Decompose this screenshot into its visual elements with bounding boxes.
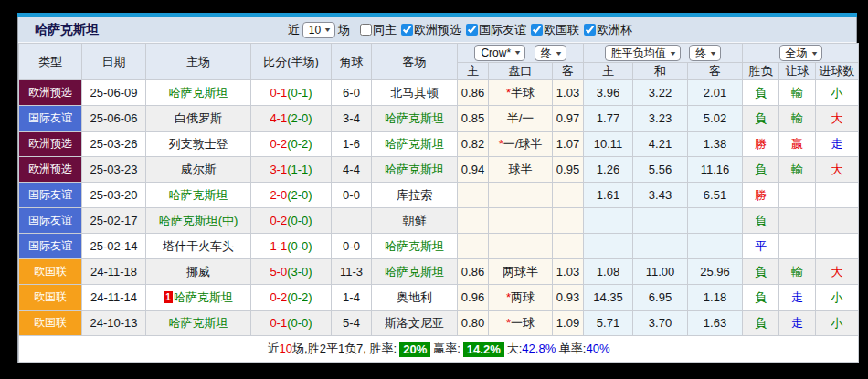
away-odds-cell: 1.03 [553, 259, 584, 285]
avg-home-cell: 14.35 [584, 285, 633, 311]
scope-select[interactable]: 全场 ▼ [779, 45, 822, 61]
away-cell: 库拉索 [372, 183, 458, 208]
recent-count-select[interactable]: 10 ▼ [302, 22, 335, 38]
date-cell: 25-03-20 [82, 183, 146, 208]
competition-badge: 欧洲预选 [19, 80, 82, 106]
avg-away-cell: 1.63 [688, 311, 743, 336]
sub-header-avg-home: 主 [584, 63, 633, 80]
away-team[interactable]: 哈萨克斯坦 [385, 265, 444, 279]
competition-filters: 同主欧洲预选国际友谊欧国联欧洲杯 [355, 22, 632, 38]
away-team[interactable]: 哈萨克斯坦 [385, 239, 444, 253]
filter-label: 同主 [373, 22, 397, 38]
handicap-star: * [499, 137, 503, 151]
home-team[interactable]: 哈萨克斯坦 [174, 290, 233, 304]
home-team[interactable]: 哈萨克斯坦 [169, 188, 228, 202]
halftime-score: (0-2) [287, 137, 312, 151]
filter-checkbox[interactable] [531, 24, 543, 36]
home-team[interactable]: 挪威 [186, 265, 210, 279]
fulltime-score: 0-1 [270, 316, 287, 330]
handicap-star: * [506, 316, 511, 330]
filter-checkbox[interactable] [466, 24, 478, 36]
avg-home-cell [584, 234, 633, 259]
competition-badge: 国际友谊 [19, 106, 82, 132]
date-cell: 24-11-18 [82, 259, 146, 285]
home-team[interactable]: 哈萨克斯坦 [169, 316, 228, 330]
away-team[interactable]: 哈萨克斯坦 [385, 163, 444, 176]
handicap-result-cell [779, 234, 816, 259]
filter-checkbox[interactable] [360, 24, 372, 36]
avg-type-value: 胜平负均值 [611, 46, 666, 61]
away-odds-cell: 1.09 [553, 311, 584, 336]
home-odds-cell: 0.86 [458, 259, 489, 285]
bookmaker-select[interactable]: Crow* ▼ [474, 45, 525, 61]
date-cell: 25-06-06 [82, 106, 146, 132]
table-row: 欧国联24-11-141哈萨克斯坦0-2(0-2)1-4奥地利0.96*两球0.… [19, 285, 859, 311]
col-header-home: 主场 [146, 44, 251, 80]
away-team[interactable]: 北马其顿 [391, 86, 439, 100]
filter-checkbox[interactable] [584, 24, 596, 36]
handicap-star: * [506, 290, 511, 304]
home-team[interactable]: 列支敦士登 [169, 137, 228, 151]
away-team[interactable]: 哈萨克斯坦 [385, 111, 444, 125]
filter-item[interactable]: 国际友谊 [461, 22, 526, 38]
avg-stage-select[interactable]: 终 ▼ [689, 45, 721, 61]
goals-result-cell [816, 183, 859, 208]
summary-row: 近10场,胜2平1负7, 胜率:20%赢率:14.2%大:42.8% 单率:40… [19, 336, 859, 363]
filter-label: 欧国联 [544, 22, 579, 38]
result-cell: 勝 [743, 183, 779, 208]
competition-badge: 国际友谊 [19, 183, 82, 208]
date-cell: 24-10-13 [82, 311, 146, 336]
home-team[interactable]: 哈萨克斯坦(中) [159, 214, 238, 227]
table-row: 国际友谊25-02-14塔什干火车头1-1(0-0)0-0哈萨克斯坦平 [19, 234, 859, 259]
fulltime-score: 0-1 [270, 86, 287, 100]
filter-item[interactable]: 欧国联 [526, 22, 579, 38]
filter-checkbox[interactable] [401, 24, 413, 36]
filter-item[interactable]: 欧洲预选 [397, 22, 461, 38]
avg-draw-cell: 3.43 [633, 183, 688, 208]
avg-stage-value: 终 [695, 46, 706, 61]
away-team[interactable]: 朝鲜 [403, 214, 427, 227]
home-team[interactable]: 哈萨克斯坦 [169, 86, 228, 100]
date-cell: 25-06-09 [82, 80, 146, 106]
avg-type-select[interactable]: 胜平负均值 ▼ [605, 45, 681, 61]
red-card-badge: 1 [164, 291, 173, 303]
filter-item[interactable]: 欧洲杯 [579, 22, 632, 38]
home-team[interactable]: 塔什干火车头 [163, 239, 234, 253]
footer-segment: 赢率: [433, 342, 460, 355]
avg-home-cell: 3.96 [584, 80, 633, 106]
handicap-result-cell: 輸 [779, 106, 816, 132]
home-cell: 列支敦士登 [146, 132, 251, 157]
away-cell: 哈萨克斯坦 [372, 157, 458, 183]
away-team[interactable]: 奥地利 [397, 290, 432, 304]
filter-label: 欧洲杯 [597, 22, 632, 38]
bookmaker-stage-select[interactable]: 终 ▼ [535, 45, 566, 61]
away-odds-cell [553, 234, 584, 259]
away-team[interactable]: 斯洛文尼亚 [385, 316, 444, 330]
away-team[interactable]: 库拉索 [397, 188, 432, 202]
score-cell: 0-1(0-0) [251, 311, 332, 336]
home-team[interactable]: 威尔斯 [181, 163, 217, 176]
avg-away-cell: 6.51 [688, 183, 743, 208]
home-cell: 1哈萨克斯坦 [146, 285, 251, 311]
avg-home-cell: 1.26 [584, 157, 633, 183]
handicap-cell [489, 208, 553, 234]
avg-draw-cell: 3.70 [633, 311, 688, 336]
home-team[interactable]: 白俄罗斯 [175, 111, 222, 125]
footer-segment: 近 [268, 342, 280, 355]
result-cell: 勝 [743, 132, 779, 157]
avg-draw-cell: 3.22 [633, 80, 688, 106]
corner-cell [332, 208, 372, 234]
filter-item[interactable]: 同主 [355, 22, 397, 38]
footer-segment: 单率: [556, 342, 586, 355]
filter-controls: 近 10 ▼ 场 同主欧洲预选国际友谊欧国联欧洲杯 [288, 22, 632, 38]
handicap-result-cell: 輸 [779, 80, 816, 106]
result-cell: 負 [743, 311, 779, 336]
table-row: 欧洲预选25-06-09哈萨克斯坦0-1(0-1)6-0北马其顿0.86*半球1… [19, 80, 859, 106]
competition-badge: 欧洲预选 [19, 132, 82, 157]
away-team[interactable]: 哈萨克斯坦 [385, 137, 444, 151]
away-cell: 哈萨克斯坦 [372, 132, 458, 157]
home-cell: 塔什干火车头 [146, 234, 251, 259]
avg-home-cell: 1.08 [584, 259, 633, 285]
footer-segment: 40% [586, 342, 609, 356]
avg-draw-cell [633, 234, 688, 259]
